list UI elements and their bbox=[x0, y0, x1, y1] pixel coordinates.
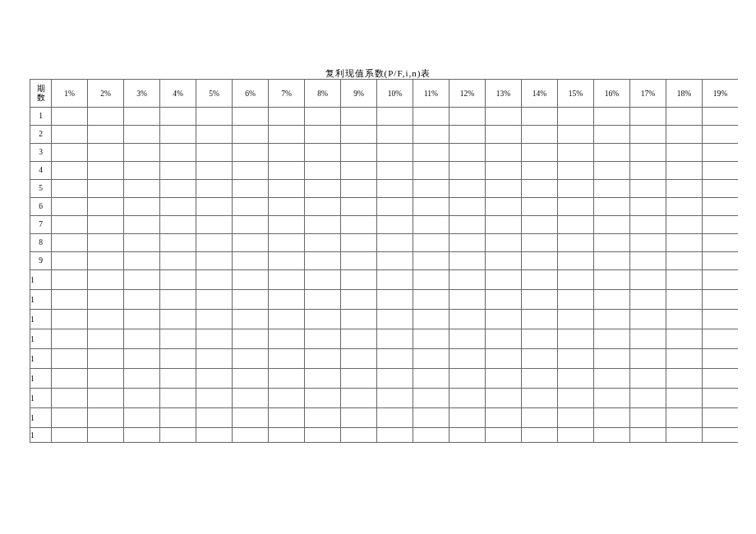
table-cell bbox=[52, 108, 88, 125]
table-cell bbox=[703, 216, 738, 233]
table-cell bbox=[124, 144, 160, 161]
table-cell bbox=[413, 162, 449, 179]
header-rate: 3% bbox=[124, 80, 160, 107]
table-cell bbox=[196, 329, 233, 348]
table-cell bbox=[160, 252, 196, 269]
table-cell bbox=[522, 270, 558, 289]
table-cell bbox=[486, 252, 522, 269]
table-cell bbox=[196, 108, 233, 125]
table-cell bbox=[341, 198, 377, 215]
table-cell bbox=[88, 252, 124, 269]
table-cell bbox=[666, 144, 703, 161]
table-cell bbox=[703, 349, 738, 368]
table-cell bbox=[341, 428, 377, 442]
table-cell bbox=[124, 108, 160, 125]
table-cell bbox=[522, 389, 558, 407]
table-cell bbox=[630, 329, 666, 348]
table-cell bbox=[558, 234, 594, 251]
table-cell bbox=[269, 126, 305, 143]
table-cell bbox=[377, 198, 413, 215]
table-cell bbox=[124, 252, 160, 269]
table-cell bbox=[522, 108, 558, 125]
table-cell bbox=[630, 144, 666, 161]
table-cell bbox=[88, 369, 124, 388]
table-cell bbox=[703, 126, 738, 143]
table-cell bbox=[594, 310, 630, 329]
table-cell bbox=[449, 180, 486, 197]
table-cell bbox=[666, 162, 703, 179]
table-cell bbox=[124, 234, 160, 251]
table-row: 1 bbox=[30, 369, 738, 389]
table-cell bbox=[377, 389, 413, 407]
table-cell bbox=[196, 216, 233, 233]
table-cell bbox=[486, 198, 522, 215]
table-cell bbox=[486, 389, 522, 407]
table-cell bbox=[630, 252, 666, 269]
table-cell bbox=[52, 180, 88, 197]
table-cell bbox=[233, 216, 269, 233]
header-rate: 7% bbox=[269, 80, 305, 107]
table-cell bbox=[377, 252, 413, 269]
pv-table: 期 数 1% 2% 3% 4% 5% 6% 7% 8% 9% 10% 11% 1… bbox=[30, 79, 738, 443]
table-cell bbox=[160, 349, 196, 368]
table-cell bbox=[594, 408, 630, 427]
table-cell bbox=[124, 329, 160, 348]
table-cell bbox=[305, 162, 341, 179]
table-cell bbox=[124, 349, 160, 368]
table-cell bbox=[449, 290, 486, 309]
table-cell bbox=[377, 126, 413, 143]
table-cell bbox=[594, 108, 630, 125]
table-cell bbox=[558, 180, 594, 197]
header-rate: 1% bbox=[52, 80, 88, 107]
table-cell bbox=[124, 162, 160, 179]
table-cell bbox=[486, 349, 522, 368]
table-cell bbox=[233, 126, 269, 143]
table-cell bbox=[413, 389, 449, 407]
table-cell bbox=[269, 216, 305, 233]
table-cell bbox=[124, 428, 160, 442]
table-cell bbox=[449, 329, 486, 348]
table-cell bbox=[160, 180, 196, 197]
table-cell bbox=[269, 162, 305, 179]
table-cell bbox=[305, 389, 341, 407]
table-cell bbox=[196, 198, 233, 215]
table-cell bbox=[522, 290, 558, 309]
table-cell bbox=[703, 162, 738, 179]
table-cell bbox=[124, 408, 160, 427]
table-cell bbox=[160, 329, 196, 348]
table-row: 1 bbox=[30, 270, 738, 290]
table-cell bbox=[341, 349, 377, 368]
table-cell bbox=[666, 216, 703, 233]
table-cell bbox=[233, 290, 269, 309]
table-cell bbox=[449, 126, 486, 143]
table-cell bbox=[594, 252, 630, 269]
table-cell bbox=[341, 329, 377, 348]
table-cell bbox=[486, 216, 522, 233]
period-label: 4 bbox=[30, 162, 52, 179]
table-cell bbox=[88, 389, 124, 407]
table-cell bbox=[377, 369, 413, 388]
table-row: 8 bbox=[30, 234, 738, 252]
table-cell bbox=[413, 270, 449, 289]
table-cell bbox=[341, 180, 377, 197]
table-cell bbox=[486, 428, 522, 442]
period-label: 8 bbox=[30, 234, 52, 251]
table-cell bbox=[703, 408, 738, 427]
table-cell bbox=[196, 234, 233, 251]
table-cell bbox=[305, 144, 341, 161]
table-cell bbox=[341, 162, 377, 179]
table-cell bbox=[413, 290, 449, 309]
table-row: 6 bbox=[30, 198, 738, 216]
table-cell bbox=[449, 349, 486, 368]
table-cell bbox=[594, 389, 630, 407]
table-cell bbox=[269, 234, 305, 251]
table-cell bbox=[377, 108, 413, 125]
header-rate: 13% bbox=[486, 80, 522, 107]
table-cell bbox=[522, 369, 558, 388]
table-cell bbox=[666, 310, 703, 329]
header-rate: 16% bbox=[594, 80, 630, 107]
table-cell bbox=[558, 126, 594, 143]
table-cell bbox=[666, 290, 703, 309]
table-cell bbox=[341, 270, 377, 289]
table-cell bbox=[196, 126, 233, 143]
